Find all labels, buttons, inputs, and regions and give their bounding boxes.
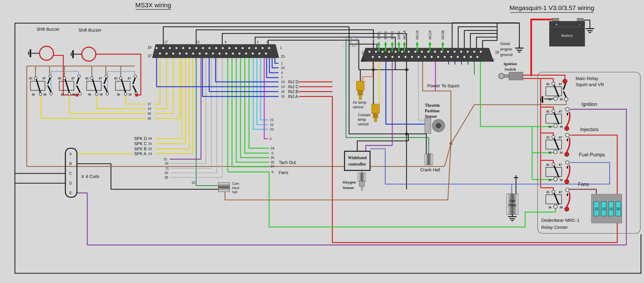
battery-plus: +	[555, 22, 558, 27]
fuel-pump-label: Fuel	[510, 199, 515, 202]
svg-text:36: 36	[548, 206, 552, 209]
svg-text:14: 14	[148, 152, 152, 155]
svg-text:4: 4	[281, 71, 283, 75]
svg-text:controller: controller	[348, 162, 366, 166]
coolant-temp-icon	[372, 104, 379, 113]
ms3x-top-pin: 17	[164, 40, 168, 44]
battery-minus: -	[579, 22, 580, 27]
svg-text:30: 30	[559, 125, 563, 128]
ms1-connector-body	[361, 48, 493, 61]
svg-text:Switch: Switch	[504, 67, 516, 72]
coil-pin: A	[69, 152, 72, 156]
svg-text:23: 23	[270, 128, 274, 131]
black-junction-dot	[405, 68, 408, 71]
wire-label: 30	[165, 162, 168, 165]
oxygen-sensor-icon	[358, 173, 366, 181]
fuse-value: 15	[594, 207, 599, 211]
svg-text:36: 36	[88, 93, 91, 96]
wideband-box	[345, 151, 370, 170]
svg-text:Sensor: Sensor	[425, 114, 437, 119]
svg-text:30: 30	[559, 98, 563, 101]
svg-text:Position: Position	[425, 109, 439, 113]
black-junction-dot	[405, 133, 408, 135]
fans-label: Fans	[279, 170, 288, 175]
air-temp-label: Air temp	[353, 100, 366, 105]
relay-label: Ignition	[581, 102, 597, 107]
ms1-corner: 37	[491, 58, 495, 62]
svg-text:13: 13	[281, 85, 285, 89]
svg-text:85: 85	[546, 163, 550, 166]
svg-text:9: 9	[272, 170, 273, 174]
buzzer-label: Shift Buzzer	[36, 27, 60, 32]
svg-text:25: 25	[271, 156, 274, 159]
brown-junction-dot	[449, 142, 452, 145]
svg-text:30: 30	[72, 93, 75, 96]
coil-pin: C	[69, 171, 72, 176]
wideband-controller: Wideband controller	[345, 151, 370, 170]
svg-text:SPR3: SPR3	[390, 31, 394, 40]
wire-label: 18	[147, 107, 151, 110]
inj-label: INJ B	[288, 89, 298, 94]
svg-text:SPR4: SPR4	[397, 31, 401, 40]
coil-pin: B	[69, 162, 72, 166]
svg-text:85: 85	[546, 136, 550, 139]
svg-text:87: 87	[559, 163, 562, 166]
coil-pin: E	[69, 191, 72, 195]
svg-text:SPR2: SPR2	[384, 31, 387, 40]
svg-text:36: 36	[548, 125, 552, 128]
svg-text:27: 27	[271, 165, 274, 168]
ignition-switch-label: Ignition	[504, 61, 517, 66]
ms1-corner: 20	[361, 58, 365, 63]
crank-hall-label: Crank Hall	[420, 167, 440, 172]
wire-label: 28	[164, 176, 168, 179]
good-ground-label: Good	[500, 41, 510, 46]
svg-text:sensor: sensor	[353, 105, 364, 109]
svg-text:85: 85	[58, 77, 61, 80]
svg-text:30: 30	[128, 93, 132, 96]
wiring-diagram: MS3X wiring Megasquirt-1 V3.0/3.57 wirin…	[0, 0, 644, 283]
svg-text:IAC1A: IAC1A	[403, 30, 406, 40]
svg-text:16: 16	[281, 90, 285, 93]
svg-text:Sensor: Sensor	[343, 185, 354, 190]
wire-label: 35	[147, 117, 151, 120]
svg-text:87: 87	[128, 77, 131, 80]
ms3x-corner: 19	[147, 45, 152, 50]
svg-text:87: 87	[559, 190, 562, 194]
battery-terminal	[577, 18, 583, 21]
svg-text:36: 36	[548, 178, 552, 182]
svg-text:87: 87	[559, 82, 562, 86]
red-terminal	[76, 94, 78, 96]
svg-text:10: 10	[281, 80, 285, 84]
ms3x-corner: 1	[280, 46, 282, 50]
cam-label: Cam	[232, 182, 239, 185]
svg-text:87: 87	[559, 136, 562, 139]
relay-label: Fuel Pumps	[579, 152, 605, 157]
ms3x-corner: 20	[281, 54, 285, 59]
relay-label: Fans	[578, 182, 589, 187]
crank-hall-icon	[425, 154, 433, 165]
red-terminal	[135, 94, 138, 96]
spk-name: SPK D	[134, 136, 147, 141]
svg-text:33: 33	[148, 147, 152, 151]
svg-text:85: 85	[546, 110, 550, 113]
fuse-value: 30	[616, 207, 621, 211]
cam-sensor-icon	[218, 183, 230, 192]
svg-text:85: 85	[85, 77, 89, 80]
ms3x-corner: 37	[148, 54, 152, 58]
ms1-arrow-label: SPR1	[377, 31, 381, 40]
svg-text:20: 20	[281, 66, 285, 70]
ms3x-top-pin: 8	[225, 40, 227, 44]
coil-pin: D	[69, 181, 72, 185]
ms1-corner: 19	[495, 50, 499, 54]
relay-pin-87: 87	[43, 77, 46, 80]
svg-text:7: 7	[281, 76, 283, 79]
wire-label: 37	[147, 102, 151, 106]
wire-label: 11	[165, 166, 169, 170]
svg-text:Pump: Pump	[508, 203, 516, 207]
wire-label-32: 32	[192, 181, 195, 184]
relay-label: Injectors	[580, 127, 598, 132]
wire-label: 36	[147, 112, 151, 115]
coolant-label: Coolant	[358, 113, 371, 117]
page-title-left: MS3X wiring	[135, 2, 171, 9]
coils-label: X 4 Coils	[81, 174, 99, 179]
